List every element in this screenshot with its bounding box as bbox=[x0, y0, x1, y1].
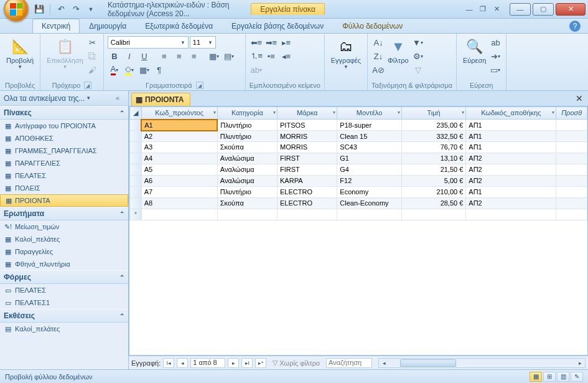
nav-item-form[interactable]: ▭ΠΕΛΑΤΕΣ bbox=[0, 284, 128, 296]
data-cell[interactable]: Πλυντήριο bbox=[217, 120, 277, 131]
data-cell[interactable] bbox=[556, 187, 587, 198]
underline-icon[interactable]: U bbox=[138, 49, 151, 63]
nav-section-reports[interactable]: Εκθέσεις⌃ bbox=[0, 309, 128, 323]
row-selector[interactable] bbox=[130, 164, 142, 176]
data-cell[interactable] bbox=[556, 164, 587, 176]
data-cell[interactable]: A6 bbox=[141, 176, 217, 187]
highlight-icon[interactable]: ab▾ bbox=[250, 63, 263, 77]
column-header[interactable]: Μάρκα▾ bbox=[278, 107, 337, 120]
data-cell[interactable]: Clean 15 bbox=[337, 131, 402, 142]
data-cell[interactable]: A8 bbox=[141, 198, 217, 209]
row-selector[interactable] bbox=[130, 176, 142, 187]
data-cell[interactable]: ΑΠ1 bbox=[466, 131, 556, 142]
dialog-launcher-icon[interactable]: ◢ bbox=[196, 82, 203, 89]
qat-customize-icon[interactable]: ▼ bbox=[85, 4, 96, 15]
gridline-color-icon[interactable]: ▦▾ bbox=[138, 63, 151, 77]
data-cell[interactable] bbox=[556, 120, 587, 131]
data-cell[interactable]: 21,50 € bbox=[401, 164, 466, 176]
align-right-icon[interactable]: ≡ bbox=[187, 49, 201, 63]
bold-icon[interactable]: B bbox=[108, 49, 121, 63]
next-record-button[interactable]: ▸ bbox=[228, 358, 239, 368]
data-cell[interactable]: Economy bbox=[337, 187, 402, 198]
data-cell[interactable]: G1 bbox=[337, 153, 402, 164]
nav-item-query[interactable]: ▦Καλοί_πελάτες bbox=[0, 233, 128, 245]
goto-icon[interactable]: ➔▾ bbox=[488, 49, 502, 63]
data-cell[interactable]: 210,00 € bbox=[401, 187, 466, 198]
data-cell[interactable]: ΑΠ1 bbox=[466, 120, 556, 131]
new-record-indicator[interactable]: * bbox=[130, 209, 142, 220]
nav-item-table[interactable]: ▦ΓΡΑΜΜΕΣ_ΠΑΡΑΓΓΕΛΙΑΣ bbox=[0, 144, 128, 157]
undo-icon[interactable]: ↶ bbox=[55, 4, 67, 15]
nav-pane-header[interactable]: Ολα τα αντικείμενα της... ▼ « bbox=[0, 91, 128, 106]
replace-icon[interactable]: ab bbox=[488, 35, 502, 49]
row-selector[interactable] bbox=[130, 142, 142, 153]
prev-record-button[interactable]: ◂ bbox=[177, 358, 188, 368]
tab-datasheet[interactable]: Φύλλο δεδομένων bbox=[333, 19, 412, 33]
active-cell[interactable]: A1 bbox=[141, 120, 217, 131]
sort-desc-icon[interactable]: Z↓ bbox=[371, 49, 385, 63]
advanced-filter-icon[interactable]: ⚙▾ bbox=[411, 49, 425, 63]
maximize-button[interactable]: ▢ bbox=[533, 3, 554, 16]
nav-item-report[interactable]: ▤Καλοί_πελάτες bbox=[0, 323, 128, 335]
nav-section-tables[interactable]: Πίνακες⌃ bbox=[0, 106, 128, 120]
gridlines-icon[interactable]: ▦▾ bbox=[207, 49, 221, 63]
column-header[interactable]: Κωδικός_αποθήκης▾ bbox=[466, 107, 556, 120]
tab-database-tools[interactable]: Εργαλεία βάσης δεδομένων bbox=[222, 19, 333, 33]
nav-item-table[interactable]: ▦ΑΠΟΘΗΚΕΣ bbox=[0, 132, 128, 144]
clear-sort-icon[interactable]: A⊘ bbox=[371, 63, 385, 77]
nav-section-queries[interactable]: Ερωτήματα⌃ bbox=[0, 207, 128, 220]
data-cell[interactable]: A4 bbox=[141, 153, 217, 164]
column-header[interactable]: Τιμή▾ bbox=[401, 107, 466, 120]
data-cell[interactable]: Σκούπα bbox=[217, 142, 277, 153]
nav-item-query[interactable]: ▦Φθηνά_πλυντήρια bbox=[0, 258, 128, 270]
format-painter-icon[interactable]: 🖌 bbox=[86, 63, 100, 77]
nav-item-table[interactable]: ▦ΠΑΡΑΓΓΕΛΙΕΣ bbox=[0, 157, 128, 169]
data-cell[interactable]: ΑΠ2 bbox=[466, 198, 556, 209]
data-cell[interactable]: A2 bbox=[141, 131, 217, 142]
scroll-right-icon[interactable]: ▸ bbox=[575, 359, 585, 367]
nav-item-table[interactable]: ▦Αντίγραφο του ΠΡΟΙΟΝΤΑ bbox=[0, 120, 128, 132]
column-header[interactable]: Μοντέλο▾ bbox=[337, 107, 402, 120]
last-record-button[interactable]: ▸I bbox=[241, 358, 253, 368]
records-button[interactable]: 🗂 Εγγραφές ▼ bbox=[329, 35, 363, 71]
new-record-row[interactable]: * bbox=[130, 209, 587, 220]
data-cell[interactable] bbox=[217, 209, 277, 220]
data-cell[interactable] bbox=[556, 176, 587, 187]
mdi-minimize-icon[interactable]: — bbox=[463, 4, 475, 14]
table-row[interactable]: A8ΣκούπαELECTROClean-Economy28,50 €ΑΠ2 bbox=[130, 198, 587, 209]
column-header[interactable]: Κωδ_προιόντος▾ bbox=[141, 107, 217, 120]
data-cell[interactable]: FIRST bbox=[278, 164, 337, 176]
mdi-close-icon[interactable]: ✕ bbox=[490, 4, 503, 14]
close-object-icon[interactable]: ✕ bbox=[576, 93, 583, 103]
increase-indent-icon[interactable]: ➡≡ bbox=[264, 35, 278, 49]
font-color-icon[interactable]: A▾ bbox=[108, 63, 121, 77]
table-row[interactable]: A5ΑναλώσιμαFIRSTG421,50 €ΑΠ2 bbox=[130, 164, 587, 176]
scroll-left-icon[interactable]: ◂ bbox=[379, 359, 389, 367]
data-cell[interactable] bbox=[556, 153, 587, 164]
data-cell[interactable]: Πλυντήριο bbox=[217, 131, 277, 142]
data-cell[interactable]: Clean-Economy bbox=[337, 198, 402, 209]
data-cell[interactable]: KARPA bbox=[278, 176, 337, 187]
minimize-button[interactable]: — bbox=[510, 3, 531, 16]
data-cell[interactable]: 235,00 € bbox=[401, 120, 466, 131]
row-selector[interactable] bbox=[130, 187, 142, 198]
data-cell[interactable]: 5,00 € bbox=[401, 176, 466, 187]
record-position-input[interactable]: 1 από 8 bbox=[190, 358, 225, 368]
text-direction-icon[interactable]: ¶ bbox=[152, 63, 166, 77]
table-row[interactable]: A7ΠλυντήριοELECTROEconomy210,00 €ΑΠ1 bbox=[130, 187, 587, 198]
data-cell[interactable]: ΑΠ1 bbox=[466, 187, 556, 198]
table-row[interactable]: A4ΑναλώσιμαFIRSTG113,10 €ΑΠ2 bbox=[130, 153, 587, 164]
rtl-icon[interactable]: ◂≡ bbox=[279, 49, 293, 63]
column-dropdown-icon[interactable]: ▾ bbox=[213, 110, 216, 115]
tab-create[interactable]: Δημιουργία bbox=[80, 19, 136, 33]
sort-asc-icon[interactable]: A↓ bbox=[371, 35, 385, 49]
nav-section-forms[interactable]: Φόρμες⌃ bbox=[0, 270, 128, 284]
pivot-table-shortcut[interactable]: ⊞ bbox=[543, 372, 556, 382]
font-size-combo[interactable]: 11▼ bbox=[190, 36, 216, 49]
table-row[interactable]: A1 Πλυντήριο PITSOS P18-super 235,00 € Α… bbox=[130, 120, 587, 131]
nav-item-table-selected[interactable]: ▦ΠΡΟΙΟΝΤΑ bbox=[0, 194, 128, 207]
data-cell[interactable]: G4 bbox=[337, 164, 402, 176]
data-cell[interactable]: PITSOS bbox=[278, 120, 337, 131]
data-cell[interactable]: 13,10 € bbox=[401, 153, 466, 164]
tab-home[interactable]: Κεντρική bbox=[32, 19, 80, 33]
